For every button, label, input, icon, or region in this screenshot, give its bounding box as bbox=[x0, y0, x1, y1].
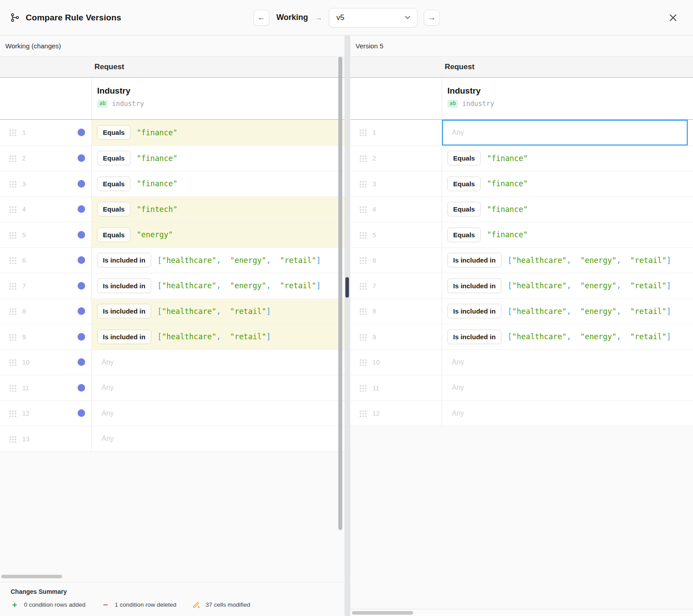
drag-handle-icon[interactable] bbox=[359, 333, 367, 341]
row-header-left: 5 bbox=[359, 231, 376, 239]
condition-cell[interactable]: Any bbox=[92, 350, 345, 375]
panel-divider[interactable] bbox=[345, 35, 350, 616]
drag-handle-icon[interactable] bbox=[9, 435, 17, 443]
version-select[interactable]: v5 bbox=[329, 8, 418, 27]
condition-cell[interactable]: Equals"finance" bbox=[92, 120, 345, 145]
condition-cell[interactable]: Equals"finance" bbox=[92, 146, 345, 171]
value-punctuation: , bbox=[617, 281, 630, 290]
drag-handle-icon[interactable] bbox=[9, 307, 17, 315]
condition-cell[interactable]: Is included in["healthcare", "energy", "… bbox=[92, 248, 345, 273]
row-number: 12 bbox=[372, 409, 380, 417]
condition-cell[interactable]: Equals"finance" bbox=[442, 146, 693, 171]
condition-cell[interactable]: Any bbox=[442, 120, 693, 145]
row-header-left: 7 bbox=[9, 282, 26, 290]
operator-chip[interactable]: Equals bbox=[447, 177, 481, 191]
drag-handle-icon[interactable] bbox=[359, 205, 367, 213]
divider-drag-handle[interactable] bbox=[345, 277, 349, 298]
condition-cell[interactable]: Any bbox=[442, 401, 693, 426]
condition-cell[interactable]: Equals"fintech" bbox=[92, 197, 345, 222]
condition-cell[interactable]: Equals"finance" bbox=[92, 171, 345, 196]
operator-chip[interactable]: Is included in bbox=[97, 330, 151, 344]
left-horizontal-scrollbar[interactable] bbox=[1, 575, 62, 578]
drag-handle-icon[interactable] bbox=[359, 409, 367, 417]
next-version-button[interactable]: → bbox=[424, 10, 440, 26]
rows-deleted-label: 1 condition row deleted bbox=[115, 601, 176, 608]
drag-handle-icon[interactable] bbox=[9, 231, 17, 239]
drag-handle-icon[interactable] bbox=[9, 129, 17, 136]
condition-cell[interactable]: Is included in["healthcare", "energy", "… bbox=[442, 299, 693, 324]
drag-handle-icon[interactable] bbox=[9, 333, 17, 341]
row-number: 13 bbox=[22, 435, 30, 443]
operator-chip[interactable]: Equals bbox=[97, 228, 130, 242]
drag-handle-icon[interactable] bbox=[359, 384, 367, 392]
arrow-left-icon: ← bbox=[257, 13, 265, 22]
drag-handle-icon[interactable] bbox=[9, 358, 17, 366]
left-panel-working: Working (changes) Request Industry ab in… bbox=[0, 35, 345, 616]
condition-cell[interactable]: Any bbox=[442, 375, 693, 400]
operator-chip[interactable]: Equals bbox=[447, 151, 481, 165]
operator-chip[interactable]: Is included in bbox=[97, 279, 151, 293]
value-punctuation: , bbox=[216, 307, 230, 316]
drag-handle-icon[interactable] bbox=[359, 154, 367, 162]
row-header-left: 3 bbox=[9, 180, 26, 188]
operator-chip[interactable]: Equals bbox=[97, 202, 130, 216]
condition-cell[interactable]: Equals"finance" bbox=[442, 171, 693, 196]
operator-chip[interactable]: Equals bbox=[97, 177, 130, 191]
operator-chip[interactable]: Equals bbox=[447, 202, 481, 216]
condition-value: Any bbox=[102, 409, 114, 417]
string-type-badge: ab bbox=[447, 100, 458, 107]
row-header: 4 bbox=[350, 197, 442, 222]
left-vertical-scrollbar[interactable] bbox=[338, 57, 342, 530]
drag-handle-icon[interactable] bbox=[9, 154, 17, 162]
condition-cell[interactable]: Any bbox=[442, 350, 693, 375]
drag-handle-icon[interactable] bbox=[9, 180, 17, 188]
drag-handle-icon[interactable] bbox=[359, 256, 367, 264]
drag-handle-icon[interactable] bbox=[9, 256, 17, 264]
condition-cell[interactable]: Any bbox=[92, 375, 345, 400]
condition-cell[interactable]: Is included in["healthcare", "energy", "… bbox=[92, 273, 345, 298]
drag-handle-icon[interactable] bbox=[359, 180, 367, 188]
previous-version-button[interactable]: ← bbox=[253, 10, 269, 26]
drag-handle-icon[interactable] bbox=[9, 409, 17, 417]
drag-handle-icon[interactable] bbox=[359, 358, 367, 366]
right-horizontal-scrollbar[interactable] bbox=[352, 611, 413, 615]
table-row: 10Any bbox=[350, 349, 693, 375]
drag-handle-icon[interactable] bbox=[9, 282, 17, 290]
drag-handle-icon[interactable] bbox=[359, 129, 367, 136]
row-number-column-header bbox=[0, 78, 92, 119]
close-button[interactable] bbox=[666, 11, 680, 24]
industry-column-header[interactable]: Industry ab industry bbox=[442, 78, 693, 119]
operator-chip[interactable]: Is included in bbox=[447, 253, 501, 267]
operator-chip[interactable]: Is included in bbox=[447, 279, 501, 293]
condition-cell[interactable]: Is included in["healthcare", "energy", "… bbox=[442, 248, 693, 273]
condition-cell[interactable]: Is included in["healthcare", "energy", "… bbox=[442, 273, 693, 298]
drag-handle-icon[interactable] bbox=[359, 282, 367, 290]
condition-cell[interactable]: Equals"energy" bbox=[92, 222, 345, 247]
operator-chip[interactable]: Equals bbox=[447, 228, 481, 242]
operator-chip[interactable]: Equals bbox=[97, 151, 130, 165]
value-punctuation: ] bbox=[316, 281, 321, 290]
drag-handle-icon[interactable] bbox=[9, 384, 17, 392]
row-header: 9 bbox=[350, 324, 442, 349]
condition-cell[interactable]: Is included in["healthcare", "retail"] bbox=[92, 299, 345, 324]
operator-chip[interactable]: Equals bbox=[97, 125, 130, 140]
value-punctuation: , bbox=[266, 281, 280, 290]
condition-cell[interactable]: Any bbox=[92, 401, 345, 426]
operator-chip[interactable]: Is included in bbox=[97, 253, 151, 267]
row-header: 2 bbox=[350, 146, 442, 171]
condition-cell[interactable]: Equals"finance" bbox=[442, 222, 693, 247]
operator-chip[interactable]: Is included in bbox=[447, 330, 501, 344]
condition-cell[interactable]: Is included in["healthcare", "energy", "… bbox=[442, 324, 693, 349]
drag-handle-icon[interactable] bbox=[359, 231, 367, 239]
operator-chip[interactable]: Is included in bbox=[447, 304, 501, 318]
value-string: "retail" bbox=[630, 332, 666, 341]
condition-cell[interactable]: Equals"finance" bbox=[442, 197, 693, 222]
drag-handle-icon[interactable] bbox=[359, 307, 367, 315]
row-header-left: 2 bbox=[9, 154, 26, 162]
condition-cell[interactable]: Any bbox=[92, 426, 345, 451]
operator-chip[interactable]: Is included in bbox=[97, 304, 151, 318]
changes-summary-title: Changes Summary bbox=[11, 588, 334, 595]
condition-cell[interactable]: Is included in["healthcare", "retail"] bbox=[92, 324, 345, 349]
drag-handle-icon[interactable] bbox=[9, 205, 17, 213]
industry-column-header[interactable]: Industry ab industry bbox=[92, 78, 345, 119]
